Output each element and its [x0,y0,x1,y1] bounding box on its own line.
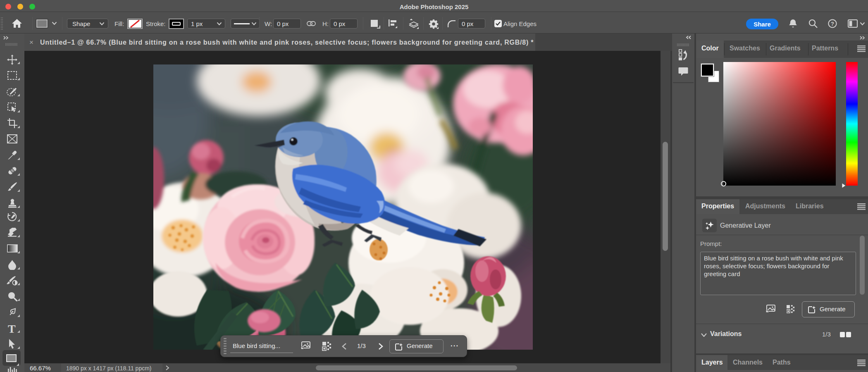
svg-text:?: ? [831,21,834,27]
